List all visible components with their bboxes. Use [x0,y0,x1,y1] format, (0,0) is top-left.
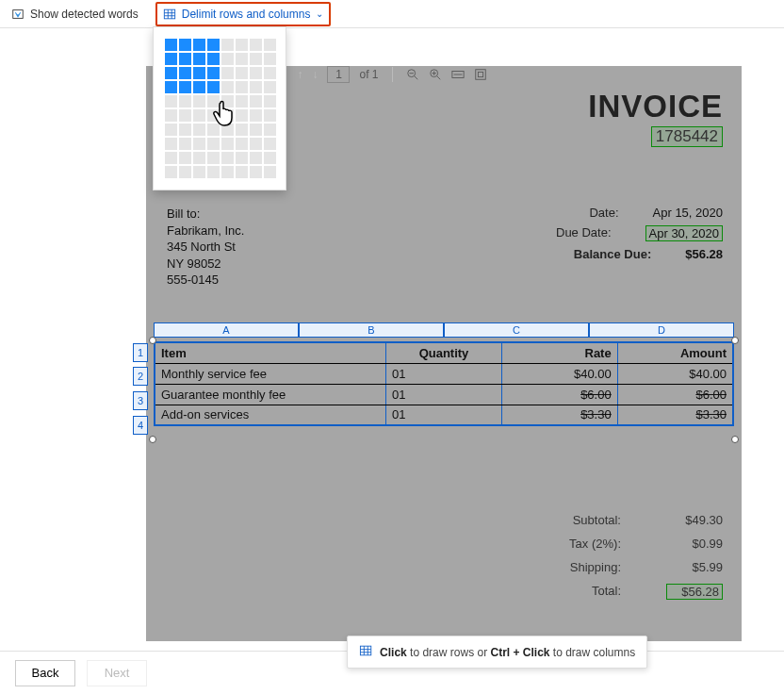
grid-cell[interactable] [193,109,205,122]
grid-cell[interactable] [250,109,262,122]
grid-cell[interactable] [165,53,177,65]
grid-cell[interactable] [236,152,248,164]
grid-cell[interactable] [193,53,205,65]
grid-cell[interactable] [250,81,262,93]
grid-cell[interactable] [250,138,262,150]
grid-cell[interactable] [165,67,177,79]
grid-cell[interactable] [236,53,248,65]
grid-cell[interactable] [193,67,205,79]
grid-cell[interactable] [221,39,234,51]
grid-cell[interactable] [236,109,248,122]
grid-cell[interactable] [221,138,234,150]
grid-cell[interactable] [264,95,276,107]
grid-cell[interactable] [221,53,234,65]
grid-cell[interactable] [207,39,220,51]
grid-cell[interactable] [250,39,262,51]
grid-cell[interactable] [250,166,262,178]
grid-cell[interactable] [193,124,205,136]
grid-cell[interactable] [165,95,177,107]
grid-cell[interactable] [207,124,220,136]
grid-cell[interactable] [264,166,276,178]
grid-size-picker[interactable] [153,26,286,190]
grid-cell[interactable] [236,39,248,51]
grid-cell[interactable] [193,138,205,150]
show-detected-words-button[interactable]: Show detected words [11,8,139,21]
grid-cell[interactable] [250,95,262,107]
grid-cell[interactable] [207,53,220,65]
grid-cell[interactable] [236,166,248,178]
grid-cell[interactable] [207,81,220,93]
grid-cell[interactable] [179,109,191,122]
grid-cell[interactable] [179,124,191,136]
grid-cell[interactable] [179,39,191,51]
row-header-1[interactable]: 1 [133,343,148,362]
grid-cell[interactable] [165,81,177,93]
grid-cell[interactable] [250,152,262,164]
grid-cell[interactable] [221,95,234,107]
grid-cell[interactable] [165,39,177,51]
grid-cell[interactable] [221,67,234,79]
grid-cell[interactable] [264,124,276,136]
grid-cell[interactable] [193,95,205,107]
fit-width-icon[interactable] [451,68,465,81]
grid-cell[interactable] [221,152,234,164]
grid-cell[interactable] [264,53,276,65]
grid-cell[interactable] [207,109,220,122]
table-selection[interactable]: A B C D 1 2 3 4 Item [154,322,734,426]
col-c[interactable]: C [444,322,589,338]
grid-cell[interactable] [236,95,248,107]
row-header-4[interactable]: 4 [133,416,148,435]
grid-cell[interactable] [207,95,220,107]
grid-cell[interactable] [179,166,191,178]
grid-cell[interactable] [193,152,205,164]
grid-cell[interactable] [207,152,220,164]
col-b[interactable]: B [299,322,444,338]
grid-cell[interactable] [264,81,276,93]
grid-cell[interactable] [236,138,248,150]
selection-handle-bl[interactable] [149,436,156,443]
next-page-button[interactable]: ↓ [312,68,318,81]
col-a[interactable]: A [154,322,299,338]
grid-cell[interactable] [250,53,262,65]
col-d[interactable]: D [589,322,734,338]
grid-cell[interactable] [221,166,234,178]
selection-handle-br[interactable] [731,436,739,443]
grid-cell[interactable] [179,152,191,164]
prev-page-button[interactable]: ↑ [297,68,302,81]
grid-cell[interactable] [236,67,248,79]
zoom-in-icon[interactable] [429,68,442,81]
grid-cell[interactable] [193,166,205,178]
grid-cell[interactable] [179,138,191,150]
grid-cell[interactable] [250,124,262,136]
grid-cell[interactable] [207,138,220,150]
grid-cell[interactable] [207,166,220,178]
grid-cell[interactable] [179,95,191,107]
zoom-out-icon[interactable] [406,68,419,81]
selection-handle-tl[interactable] [149,337,156,344]
grid-cell[interactable] [165,109,177,122]
grid-cell[interactable] [165,166,177,178]
grid-cell[interactable] [236,124,248,136]
grid-cell[interactable] [207,67,220,79]
grid-cell[interactable] [165,124,177,136]
grid-cell[interactable] [236,81,248,93]
grid-cell[interactable] [221,124,234,136]
grid-cell[interactable] [221,81,234,93]
page-number-input[interactable]: 1 [327,66,350,83]
row-header-2[interactable]: 2 [133,367,148,386]
grid-cell[interactable] [264,109,276,122]
grid-cell[interactable] [193,81,205,93]
grid-cell[interactable] [221,109,234,122]
grid-cell[interactable] [264,152,276,164]
row-header-3[interactable]: 3 [133,391,148,410]
grid-cell[interactable] [250,67,262,79]
grid-cell[interactable] [179,81,191,93]
grid-cell[interactable] [264,138,276,150]
grid-cell[interactable] [264,67,276,79]
grid-cell[interactable] [179,53,191,65]
grid-cell[interactable] [193,39,205,51]
grid-cell[interactable] [264,39,276,51]
grid-cell[interactable] [165,152,177,164]
fit-page-icon[interactable] [474,68,487,81]
grid-cell[interactable] [179,67,191,79]
